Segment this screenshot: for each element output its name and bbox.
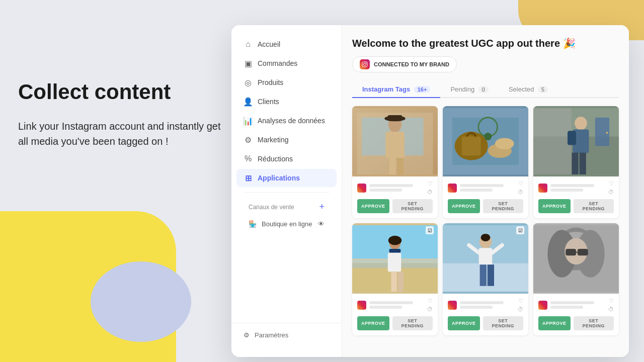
photo-actions-3: APPROVE SET PENDING	[538, 199, 614, 213]
sidebar-item-accueil[interactable]: ⌂ Accueil	[236, 35, 337, 53]
tabs-row: Instagram Tags 16+ Pending 0 Selected 5	[352, 81, 619, 98]
pending-badge: 0	[478, 86, 489, 93]
sidebar-item-clients[interactable]: 👤 Clients	[236, 93, 337, 111]
photo-image-3	[533, 106, 619, 176]
svg-rect-0	[362, 62, 367, 67]
sidebar-item-produits[interactable]: ◎ Produits	[236, 73, 337, 92]
photo-card-2: ♡ ⏱ APPROVE SET PENDING	[443, 106, 528, 218]
set-pending-button-2[interactable]: SET PENDING	[483, 199, 523, 213]
sidebar: ⌂ Accueil ▣ Commandes ◎ Produits 👤 Clien…	[231, 25, 342, 357]
photo-meta-1: ♡ ⏱	[357, 180, 433, 195]
sidebar-item-applications[interactable]: ⊞ Applications	[236, 169, 337, 187]
headline: Collect content	[18, 80, 229, 104]
blue-circle-shape	[91, 261, 191, 342]
like-icon-4: ♡	[428, 298, 433, 304]
ig-dot-4	[357, 301, 366, 310]
approve-button-3[interactable]: APPROVE	[538, 199, 571, 213]
add-sales-channel-button[interactable]: +	[319, 202, 325, 212]
photo-card-3: ♡ ⏱ APPROVE SET PENDING	[533, 106, 619, 218]
set-pending-button-4[interactable]: SET PENDING	[392, 316, 433, 330]
ig-dot-3	[538, 184, 547, 193]
photo-meta-5: ♡ ⏱	[448, 298, 523, 312]
set-pending-button-3[interactable]: SET PENDING	[574, 199, 614, 213]
sidebar-item-parametres[interactable]: ⚙ Paramètres	[244, 328, 330, 342]
tab-selected[interactable]: Selected 5	[499, 81, 558, 98]
percent-icon: %	[244, 154, 253, 163]
app-window: ⌂ Accueil ▣ Commandes ◎ Produits 👤 Clien…	[231, 25, 629, 357]
photo-image-4: ☑	[352, 223, 438, 294]
set-pending-button-1[interactable]: SET PENDING	[392, 199, 433, 213]
photo-card-2-footer: ♡ ⏱ APPROVE SET PENDING	[443, 176, 528, 218]
svg-rect-13	[388, 115, 402, 121]
eye-icon[interactable]: 👁	[318, 220, 325, 228]
sidebar-item-marketing[interactable]: ⚙ Marketing	[236, 131, 337, 149]
photo-card-1: ♡ ⏱ APPROVE SET PENDING	[352, 106, 438, 218]
like-icon-1: ♡	[428, 180, 433, 187]
photo-card-4: ☑	[352, 223, 438, 335]
photo-card-3-footer: ♡ ⏱ APPROVE SET PENDING	[533, 176, 619, 218]
main-content: Welcome to the greatest UGC app out ther…	[342, 25, 629, 357]
tab-pending[interactable]: Pending 0	[440, 81, 498, 98]
approve-button-4[interactable]: APPROVE	[357, 316, 389, 330]
photo-image-1	[352, 106, 438, 176]
photo-actions-2: APPROVE SET PENDING	[448, 199, 523, 213]
photo-card-5: ☑	[443, 223, 528, 335]
sidebar-bottom: ⚙ Paramètres	[231, 323, 342, 347]
sidebar-item-commandes[interactable]: ▣ Commandes	[236, 54, 337, 72]
photo-grid: ♡ ⏱ APPROVE SET PENDING	[352, 106, 619, 335]
home-icon: ⌂	[244, 40, 253, 49]
clock-icon-3: ⏱	[608, 189, 614, 195]
person-icon: 👤	[244, 97, 253, 106]
svg-rect-41	[398, 272, 404, 292]
photo-actions-5: APPROVE SET PENDING	[448, 316, 523, 330]
photo-meta-6: ♡ ⏱	[538, 298, 614, 312]
photo-checkbox-4[interactable]: ☑	[426, 226, 434, 234]
connected-badge: CONNECTED TO MY BRAND	[352, 56, 457, 72]
svg-point-25	[575, 117, 587, 130]
sidebar-divider	[244, 192, 330, 193]
photo-meta-3: ♡ ⏱	[538, 180, 614, 195]
svg-rect-49	[488, 264, 494, 286]
sales-channel-header: Canaux de vente +	[236, 198, 337, 216]
tag-icon: ◎	[244, 78, 253, 87]
set-pending-button-5[interactable]: SET PENDING	[483, 316, 523, 330]
selected-badge: 5	[538, 86, 548, 93]
photo-actions-6: APPROVE SET PENDING	[538, 316, 614, 330]
store-icon: 🏪	[249, 220, 257, 228]
left-content-area: Collect content Link your Instagram acco…	[18, 80, 229, 149]
clock-icon-5: ⏱	[518, 306, 523, 312]
ig-dot-5	[448, 301, 457, 310]
tab-instagram-tags[interactable]: Instagram Tags 16+	[352, 81, 440, 98]
photo-actions-4: APPROVE SET PENDING	[357, 316, 433, 330]
photo-card-1-footer: ♡ ⏱ APPROVE SET PENDING	[352, 176, 438, 218]
photo-image-6	[533, 223, 619, 294]
description-text: Link your Instagram account and instantl…	[18, 119, 229, 149]
like-icon-3: ♡	[609, 180, 614, 187]
svg-rect-40	[391, 272, 396, 292]
gear-icon: ⚙	[244, 331, 250, 339]
svg-rect-59	[566, 249, 576, 255]
photo-card-5-footer: ♡ ⏱ APPROVE SET PENDING	[443, 294, 528, 335]
approve-button-6[interactable]: APPROVE	[538, 316, 571, 330]
photo-actions-1: APPROVE SET PENDING	[357, 199, 433, 213]
approve-button-1[interactable]: APPROVE	[357, 199, 389, 213]
clock-icon-6: ⏱	[608, 306, 614, 312]
svg-point-2	[366, 63, 367, 64]
photo-meta-4: ♡ ⏱	[357, 298, 433, 312]
svg-rect-47	[479, 248, 492, 264]
bar-chart-icon: 📊	[244, 116, 253, 125]
approve-button-5[interactable]: APPROVE	[448, 316, 480, 330]
sidebar-item-analyses[interactable]: 📊 Analyses de données	[236, 112, 337, 130]
photo-card-6-footer: ♡ ⏱ APPROVE SET PENDING	[533, 294, 619, 335]
approve-button-2[interactable]: APPROVE	[448, 199, 480, 213]
set-pending-button-6[interactable]: SET PENDING	[574, 316, 614, 330]
sidebar-item-reductions[interactable]: % Réductions	[236, 150, 337, 168]
svg-rect-48	[480, 264, 487, 286]
sidebar-item-boutique[interactable]: 🏪 Boutique en ligne 👁	[242, 216, 332, 232]
svg-point-19	[495, 138, 514, 149]
photo-checkbox-5[interactable]: ☑	[516, 226, 524, 234]
ig-dot-6	[538, 301, 547, 310]
like-icon-6: ♡	[609, 298, 614, 304]
photo-image-5: ☑	[443, 223, 528, 294]
svg-point-21	[484, 133, 492, 140]
